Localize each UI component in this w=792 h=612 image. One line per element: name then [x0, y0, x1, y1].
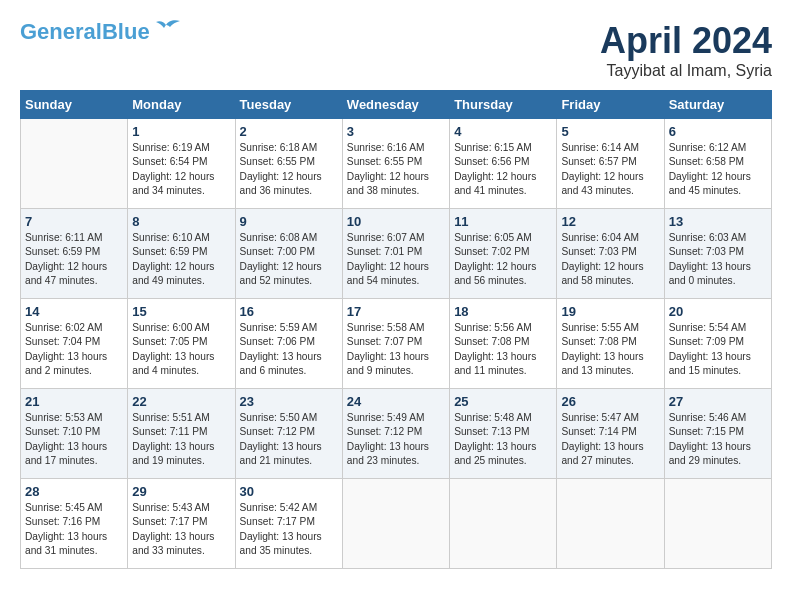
calendar-cell: 12Sunrise: 6:04 AMSunset: 7:03 PMDayligh…	[557, 209, 664, 299]
calendar-cell	[21, 119, 128, 209]
day-number: 1	[132, 124, 230, 139]
calendar-cell: 20Sunrise: 5:54 AMSunset: 7:09 PMDayligh…	[664, 299, 771, 389]
day-info: Sunrise: 6:07 AMSunset: 7:01 PMDaylight:…	[347, 231, 445, 288]
page-header: GeneralBlue April 2024 Tayyibat al Imam,…	[20, 20, 772, 80]
header-row: SundayMondayTuesdayWednesdayThursdayFrid…	[21, 91, 772, 119]
day-number: 21	[25, 394, 123, 409]
day-info: Sunrise: 5:53 AMSunset: 7:10 PMDaylight:…	[25, 411, 123, 468]
day-info: Sunrise: 6:04 AMSunset: 7:03 PMDaylight:…	[561, 231, 659, 288]
location-subtitle: Tayyibat al Imam, Syria	[600, 62, 772, 80]
day-number: 11	[454, 214, 552, 229]
day-number: 26	[561, 394, 659, 409]
calendar-cell: 27Sunrise: 5:46 AMSunset: 7:15 PMDayligh…	[664, 389, 771, 479]
day-number: 24	[347, 394, 445, 409]
calendar-cell: 8Sunrise: 6:10 AMSunset: 6:59 PMDaylight…	[128, 209, 235, 299]
day-info: Sunrise: 6:02 AMSunset: 7:04 PMDaylight:…	[25, 321, 123, 378]
calendar-cell: 30Sunrise: 5:42 AMSunset: 7:17 PMDayligh…	[235, 479, 342, 569]
calendar-cell: 7Sunrise: 6:11 AMSunset: 6:59 PMDaylight…	[21, 209, 128, 299]
calendar-cell: 3Sunrise: 6:16 AMSunset: 6:55 PMDaylight…	[342, 119, 449, 209]
header-day-tuesday: Tuesday	[235, 91, 342, 119]
calendar-cell: 18Sunrise: 5:56 AMSunset: 7:08 PMDayligh…	[450, 299, 557, 389]
day-number: 20	[669, 304, 767, 319]
day-info: Sunrise: 6:00 AMSunset: 7:05 PMDaylight:…	[132, 321, 230, 378]
day-info: Sunrise: 6:12 AMSunset: 6:58 PMDaylight:…	[669, 141, 767, 198]
day-info: Sunrise: 5:46 AMSunset: 7:15 PMDaylight:…	[669, 411, 767, 468]
day-info: Sunrise: 5:43 AMSunset: 7:17 PMDaylight:…	[132, 501, 230, 558]
day-info: Sunrise: 6:08 AMSunset: 7:00 PMDaylight:…	[240, 231, 338, 288]
day-number: 27	[669, 394, 767, 409]
day-number: 13	[669, 214, 767, 229]
header-day-wednesday: Wednesday	[342, 91, 449, 119]
calendar-cell: 17Sunrise: 5:58 AMSunset: 7:07 PMDayligh…	[342, 299, 449, 389]
day-info: Sunrise: 5:55 AMSunset: 7:08 PMDaylight:…	[561, 321, 659, 378]
day-number: 8	[132, 214, 230, 229]
calendar-cell	[557, 479, 664, 569]
calendar-cell: 5Sunrise: 6:14 AMSunset: 6:57 PMDaylight…	[557, 119, 664, 209]
day-number: 7	[25, 214, 123, 229]
day-info: Sunrise: 6:16 AMSunset: 6:55 PMDaylight:…	[347, 141, 445, 198]
day-info: Sunrise: 6:05 AMSunset: 7:02 PMDaylight:…	[454, 231, 552, 288]
day-number: 12	[561, 214, 659, 229]
calendar-cell: 22Sunrise: 5:51 AMSunset: 7:11 PMDayligh…	[128, 389, 235, 479]
calendar-cell: 16Sunrise: 5:59 AMSunset: 7:06 PMDayligh…	[235, 299, 342, 389]
calendar-cell: 23Sunrise: 5:50 AMSunset: 7:12 PMDayligh…	[235, 389, 342, 479]
day-info: Sunrise: 6:18 AMSunset: 6:55 PMDaylight:…	[240, 141, 338, 198]
header-day-sunday: Sunday	[21, 91, 128, 119]
calendar-cell: 29Sunrise: 5:43 AMSunset: 7:17 PMDayligh…	[128, 479, 235, 569]
calendar-header: SundayMondayTuesdayWednesdayThursdayFrid…	[21, 91, 772, 119]
calendar-cell: 11Sunrise: 6:05 AMSunset: 7:02 PMDayligh…	[450, 209, 557, 299]
calendar-cell: 4Sunrise: 6:15 AMSunset: 6:56 PMDaylight…	[450, 119, 557, 209]
day-number: 22	[132, 394, 230, 409]
calendar-cell: 19Sunrise: 5:55 AMSunset: 7:08 PMDayligh…	[557, 299, 664, 389]
calendar-cell: 9Sunrise: 6:08 AMSunset: 7:00 PMDaylight…	[235, 209, 342, 299]
day-info: Sunrise: 5:50 AMSunset: 7:12 PMDaylight:…	[240, 411, 338, 468]
day-number: 9	[240, 214, 338, 229]
day-number: 19	[561, 304, 659, 319]
day-number: 15	[132, 304, 230, 319]
header-day-thursday: Thursday	[450, 91, 557, 119]
day-info: Sunrise: 5:47 AMSunset: 7:14 PMDaylight:…	[561, 411, 659, 468]
day-number: 23	[240, 394, 338, 409]
calendar-table: SundayMondayTuesdayWednesdayThursdayFrid…	[20, 90, 772, 569]
calendar-week-row: 21Sunrise: 5:53 AMSunset: 7:10 PMDayligh…	[21, 389, 772, 479]
calendar-cell: 15Sunrise: 6:00 AMSunset: 7:05 PMDayligh…	[128, 299, 235, 389]
day-number: 28	[25, 484, 123, 499]
day-info: Sunrise: 5:42 AMSunset: 7:17 PMDaylight:…	[240, 501, 338, 558]
header-day-friday: Friday	[557, 91, 664, 119]
calendar-cell: 14Sunrise: 6:02 AMSunset: 7:04 PMDayligh…	[21, 299, 128, 389]
calendar-cell: 24Sunrise: 5:49 AMSunset: 7:12 PMDayligh…	[342, 389, 449, 479]
logo-general: General	[20, 19, 102, 44]
calendar-cell: 10Sunrise: 6:07 AMSunset: 7:01 PMDayligh…	[342, 209, 449, 299]
day-info: Sunrise: 6:14 AMSunset: 6:57 PMDaylight:…	[561, 141, 659, 198]
day-number: 10	[347, 214, 445, 229]
calendar-body: 1Sunrise: 6:19 AMSunset: 6:54 PMDaylight…	[21, 119, 772, 569]
day-number: 14	[25, 304, 123, 319]
calendar-cell	[450, 479, 557, 569]
day-info: Sunrise: 5:48 AMSunset: 7:13 PMDaylight:…	[454, 411, 552, 468]
day-info: Sunrise: 5:59 AMSunset: 7:06 PMDaylight:…	[240, 321, 338, 378]
title-area: April 2024 Tayyibat al Imam, Syria	[600, 20, 772, 80]
day-info: Sunrise: 6:15 AMSunset: 6:56 PMDaylight:…	[454, 141, 552, 198]
day-number: 29	[132, 484, 230, 499]
day-info: Sunrise: 5:58 AMSunset: 7:07 PMDaylight:…	[347, 321, 445, 378]
calendar-week-row: 7Sunrise: 6:11 AMSunset: 6:59 PMDaylight…	[21, 209, 772, 299]
calendar-week-row: 1Sunrise: 6:19 AMSunset: 6:54 PMDaylight…	[21, 119, 772, 209]
day-info: Sunrise: 5:49 AMSunset: 7:12 PMDaylight:…	[347, 411, 445, 468]
day-info: Sunrise: 5:51 AMSunset: 7:11 PMDaylight:…	[132, 411, 230, 468]
logo-blue: Blue	[102, 19, 150, 44]
day-number: 18	[454, 304, 552, 319]
calendar-cell: 21Sunrise: 5:53 AMSunset: 7:10 PMDayligh…	[21, 389, 128, 479]
calendar-week-row: 28Sunrise: 5:45 AMSunset: 7:16 PMDayligh…	[21, 479, 772, 569]
month-year-title: April 2024	[600, 20, 772, 62]
day-number: 17	[347, 304, 445, 319]
logo: GeneralBlue	[20, 20, 180, 44]
calendar-cell: 1Sunrise: 6:19 AMSunset: 6:54 PMDaylight…	[128, 119, 235, 209]
calendar-cell: 13Sunrise: 6:03 AMSunset: 7:03 PMDayligh…	[664, 209, 771, 299]
calendar-cell	[664, 479, 771, 569]
day-info: Sunrise: 5:45 AMSunset: 7:16 PMDaylight:…	[25, 501, 123, 558]
day-number: 25	[454, 394, 552, 409]
calendar-cell: 26Sunrise: 5:47 AMSunset: 7:14 PMDayligh…	[557, 389, 664, 479]
day-info: Sunrise: 6:10 AMSunset: 6:59 PMDaylight:…	[132, 231, 230, 288]
day-number: 30	[240, 484, 338, 499]
day-info: Sunrise: 6:11 AMSunset: 6:59 PMDaylight:…	[25, 231, 123, 288]
